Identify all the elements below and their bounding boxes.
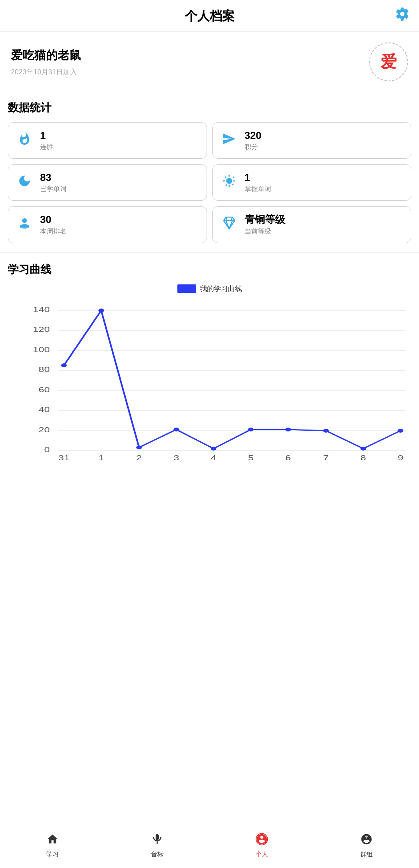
chart-svg: .grid-line { stroke: #ddd; stroke-width:… [27,303,411,466]
svg-point-29 [136,445,142,449]
nav-item-profile[interactable]: 个人 [246,833,277,859]
svg-point-32 [248,428,254,431]
nav-item-group[interactable]: 群组 [351,833,382,859]
username: 爱吃猫的老鼠 [11,47,81,63]
stat-content-mastered: 1 掌握单词 [245,172,271,193]
svg-point-33 [285,428,291,431]
stat-content-points: 320 积分 [245,130,261,151]
points-label: 积分 [245,142,261,151]
svg-point-28 [98,309,104,312]
chart-container: .grid-line { stroke: #ddd; stroke-width:… [8,303,411,482]
svg-text:0: 0 [44,446,50,454]
join-date: 2023年10月31日加入 [11,67,81,77]
legend-color-box [177,284,196,293]
spy-icon [360,833,373,848]
stat-content-level: 青铜等级 当前等级 [245,214,285,235]
stat-content-learned: 83 已学单词 [40,172,67,193]
chart-section: 学习曲线 我的学习曲线 .grid-line { stroke: #ddd; s… [0,253,419,828]
svg-text:4: 4 [211,454,217,462]
person-rank-icon [16,216,33,233]
stat-card-points: 320 积分 [212,122,412,159]
svg-point-34 [323,429,329,433]
moon-icon [16,174,33,191]
stats-grid: 1 连胜 320 积分 83 [8,122,411,243]
svg-text:100: 100 [33,346,50,354]
chart-legend: 我的学习曲线 [8,284,411,293]
legend-label: 我的学习曲线 [200,284,242,293]
rank-value: 30 [40,214,67,226]
streak-icon [16,132,33,149]
stat-card-level: 青铜等级 当前等级 [212,206,412,243]
profile-section: 爱吃猫的老鼠 2023年10月31日加入 爱 [0,32,419,91]
mastered-value: 1 [245,172,271,184]
svg-point-36 [398,429,403,433]
svg-text:120: 120 [33,326,50,333]
streak-label: 连胜 [40,142,53,151]
learned-label: 已学单词 [40,184,67,193]
profile-info: 爱吃猫的老鼠 2023年10月31日加入 [11,47,81,77]
svg-text:40: 40 [39,406,50,414]
home-icon [46,833,59,848]
stats-title: 数据统计 [8,100,411,115]
diamond-icon [221,216,238,233]
page-title: 个人档案 [185,8,235,25]
svg-text:80: 80 [39,366,50,374]
bottom-nav: 学习 音标 个人 [0,828,419,868]
stat-card-mastered: 1 掌握单词 [212,164,412,201]
settings-icon[interactable] [395,7,410,25]
streak-value: 1 [40,130,53,142]
stat-content-rank: 30 本周排名 [40,214,67,235]
svg-text:6: 6 [285,454,291,462]
svg-point-27 [61,363,67,367]
svg-text:7: 7 [323,454,329,462]
svg-text:1: 1 [98,454,104,462]
mastered-label: 掌握单词 [245,184,271,193]
svg-text:2: 2 [136,454,142,462]
chart-title: 学习曲线 [8,262,411,277]
stat-card-learned: 83 已学单词 [8,164,207,201]
header: 个人档案 [0,0,419,32]
svg-text:20: 20 [39,426,50,434]
svg-text:8: 8 [360,454,366,462]
stat-card-rank: 30 本周排名 [8,206,207,243]
stats-section: 数据统计 1 连胜 320 积分 [0,91,419,253]
sun-icon [221,174,238,191]
svg-text:5: 5 [248,454,254,462]
svg-point-30 [174,428,179,431]
rank-label: 本周排名 [40,227,67,236]
avatar: 爱 [369,42,408,81]
svg-point-31 [211,447,217,451]
person-circle-icon [256,833,268,848]
nav-item-study[interactable]: 学习 [37,833,68,859]
svg-text:9: 9 [398,454,403,462]
level-label: 当前等级 [245,227,285,236]
mic-icon [151,833,163,848]
level-value: 青铜等级 [245,214,285,226]
svg-text:140: 140 [33,306,50,314]
svg-text:60: 60 [39,386,50,394]
nav-label-phonetic: 音标 [151,850,163,859]
nav-label-group: 群组 [360,850,373,859]
points-value: 320 [245,130,261,142]
svg-text:31: 31 [58,454,70,462]
svg-point-0 [22,227,27,229]
nav-item-phonetic[interactable]: 音标 [142,833,173,859]
stat-card-streak: 1 连胜 [8,122,207,159]
nav-label-profile: 个人 [256,850,268,859]
nav-label-study: 学习 [46,850,59,859]
points-icon [221,132,238,149]
svg-point-35 [360,447,366,451]
learned-value: 83 [40,172,67,184]
stat-content-streak: 1 连胜 [40,130,53,151]
svg-text:3: 3 [174,454,179,462]
